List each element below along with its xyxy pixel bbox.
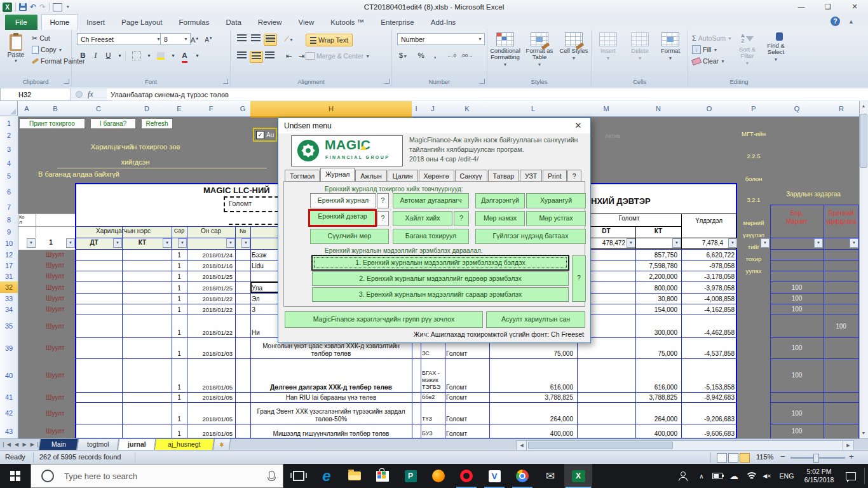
sort-by-day-button[interactable]: 2. Ерөнхий журналыг мэдээллийг өдрөөр эр… [312,271,569,286]
row-header-12[interactable]: 12 [0,249,18,261]
number-format-select[interactable]: Number▼ [397,33,485,45]
borders-button[interactable] [130,50,142,61]
search-button[interactable]: Хайлт хийх [393,211,452,226]
row-header-8[interactable]: 8 [0,214,18,227]
row-header-6[interactable]: 6 [0,183,18,201]
debit-cell[interactable]: 616,000 [491,358,573,392]
ribbon-tab-review[interactable]: Review [250,15,290,30]
show-desktop-divider[interactable] [864,468,865,484]
italic-button[interactable]: I [90,50,102,61]
opera-icon[interactable] [452,464,480,488]
faq-button[interactable]: Асуулт хариултын сан [486,311,585,328]
onedrive-icon[interactable]: ☁ [726,464,742,488]
align-top-icon[interactable] [236,34,248,44]
align-left-icon[interactable] [236,51,248,62]
increase-decimal-icon[interactable]: ←.0 [445,50,458,61]
balance-cell[interactable]: 6,620,722 [682,249,735,260]
ribbon-tab-enterprise[interactable]: Enterprise [372,15,422,30]
zoom-in-icon[interactable]: + [849,452,854,461]
filter-dropdown-icon[interactable]: ▼ [178,238,187,248]
ribbon-tab-kutools[interactable]: Kutools ™ [322,15,372,30]
name-cell[interactable]: Мишээлд гишүүнчлэлийн төлбөр төлөв [252,424,410,438]
credit-cell[interactable]: 154,000 [637,304,677,315]
dialog-tab-татвар[interactable]: Татвар [488,170,520,182]
dialog-tab-цалин[interactable]: Цалин [388,170,418,182]
sheet-tab-main[interactable]: Main [39,439,79,451]
filter-dropdown-icon[interactable]: ▼ [627,238,635,248]
sheet-button-0[interactable]: Принт тохиргоо [19,118,85,129]
balance-cell[interactable]: -8,942,683 [682,392,735,402]
dialog-tab-тогтмол[interactable]: Тогтмол [285,170,320,182]
add-row-button[interactable]: Мөр нэмэх [475,211,525,226]
fill-color-button[interactable] [154,50,166,61]
auto-numbering-button[interactable]: Автомат дугаарлагч [393,193,469,208]
dialog-close-icon[interactable]: ✕ [569,119,588,132]
conditional-formatting-button[interactable]: Conditional Formatting▼ [489,32,522,74]
select-all-corner[interactable] [0,101,18,116]
edge-icon[interactable]: e [313,464,341,488]
publisher-icon[interactable]: P [397,464,424,488]
sort-by-month-button[interactable]: 3. Ерөнхий журналын мэдээллийг сараар эр… [312,287,569,302]
balance-cell[interactable]: -3,978,058 [682,281,735,293]
column-header-M[interactable]: M [577,101,636,117]
collapse-ribbon-icon[interactable]: ▲ [848,18,854,25]
bank-cell[interactable]: Голомт [446,402,487,424]
close-button[interactable]: ✕ [841,0,868,14]
date-cell[interactable]: 2018/01/05 [188,424,233,438]
row-header-4[interactable]: 4 [0,158,18,170]
page-layout-view-icon[interactable] [728,453,738,463]
dialog-tab-print[interactable]: Print [543,170,567,182]
row-header-34[interactable]: 34 [0,304,18,315]
filter-dropdown-icon[interactable]: ▼ [27,238,36,248]
chrome-icon[interactable] [508,464,536,488]
maximize-button[interactable]: ❑ [815,0,841,14]
balance-cell[interactable]: -978,058 [682,260,735,271]
help-icon[interactable]: ? [831,17,840,26]
column-header-C[interactable]: C [75,101,123,117]
dialog-tab-санхүү[interactable]: Санхүү [455,170,487,182]
grow-font-button[interactable]: A▲ [189,33,201,44]
fit-transaction-button[interactable]: Гүйлгээг нүдэнд багтаах [475,229,586,244]
excel-taskbar-icon[interactable]: X [564,464,592,488]
sheet-button-2[interactable]: Refresh [141,118,173,129]
percent-style-icon[interactable]: % [415,50,427,61]
percent-cell[interactable]: 100 [770,358,824,392]
credit-cell[interactable]: 3,788,825 [637,392,677,402]
visit-user-group-button[interactable]: MagicFinance хэрэглэгчдийн групп рүү зоч… [285,311,483,328]
filter-dropdown-icon[interactable]: ▼ [850,238,858,248]
date-cell[interactable]: 2018/01/05 [188,402,233,424]
date-cell[interactable]: 2018/01/03 [188,337,233,358]
date-cell[interactable]: 2018/01/16 [188,260,233,271]
date-cell[interactable]: 2018/01/05 [188,392,233,402]
wrap-text-button[interactable]: Wrap Text [306,34,353,46]
font-size-select[interactable]: 8▼ [160,33,191,45]
delete-cells-button[interactable]: Delete▼ [625,32,655,74]
filter-cell[interactable]: Шуулт [37,337,74,358]
date-cell[interactable]: 2018/01/05 [188,358,233,392]
debit-cell[interactable]: 3,788,825 [491,392,573,402]
sheet-tab-aj_husnegt[interactable]: aj_husnegt [154,439,215,451]
cut-button[interactable]: ✂Cut [32,33,50,43]
ribbon-tab-formulas[interactable]: Formulas [171,15,218,30]
filter-dropdown-icon[interactable]: ▼ [163,238,172,248]
merge-center-button[interactable]: Merge & Center▼ [306,51,370,61]
store-icon[interactable] [369,464,397,488]
filter-dropdown-icon[interactable]: ▼ [672,238,681,248]
ribbon-tab-insert[interactable]: Insert [78,15,113,30]
column-header-N[interactable]: N [635,101,682,117]
language-indicator[interactable]: ENG [776,464,797,488]
filter-dropdown-icon[interactable]: ▼ [241,238,250,248]
sort-prepare-button[interactable]: 1. Ерөнхий журналын мэдээллийг эрэмбэлэх… [312,255,569,270]
font-color-dropdown-icon[interactable]: ▼ [191,50,203,61]
date-cell[interactable]: 2018/01/22 [188,293,233,304]
general-ledger-help-button[interactable]: ? [377,211,389,226]
vscroll-up-arrow[interactable]: ▲ [859,101,868,111]
month-cell[interactable]: 1 [172,304,187,315]
credit-cell[interactable]: 800,000 [637,281,677,293]
general-ledger-button[interactable]: Ерөнхий дэвтэр [308,209,377,227]
row-header-17[interactable]: 17 [0,260,18,271]
row-header-31[interactable]: 31 [0,271,18,282]
row-header-39[interactable]: 39 [0,337,18,359]
font-name-select[interactable]: Ch Freeset▼ [77,33,163,45]
filter-cell[interactable]: Шуулт [37,281,74,293]
